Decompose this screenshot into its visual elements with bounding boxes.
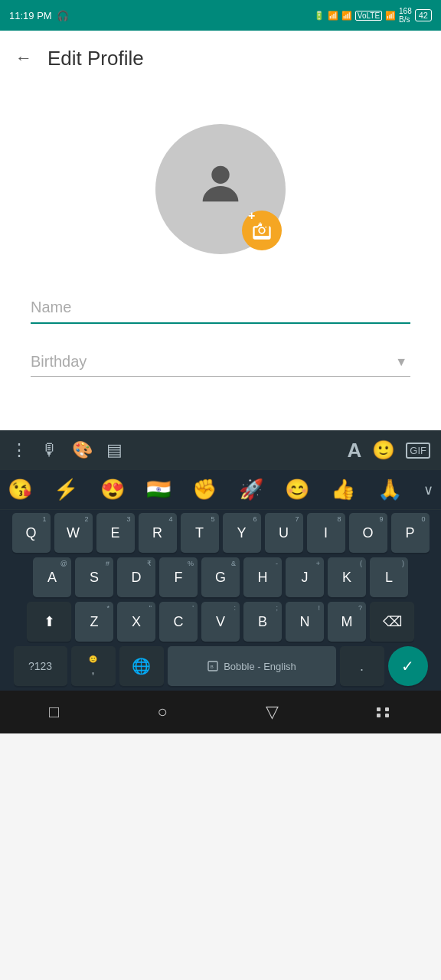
key-c[interactable]: 'C bbox=[159, 602, 198, 642]
key-row-1: 1Q 2W 3E 4R 5T 6Y 7U 8I 9O 0P bbox=[3, 513, 438, 553]
emoji-rocket[interactable]: 🚀 bbox=[239, 478, 263, 501]
emoji-smile[interactable]: 😊 bbox=[285, 478, 309, 501]
comma-key[interactable]: 🙂 , bbox=[71, 646, 116, 686]
key-m[interactable]: ?M bbox=[328, 602, 366, 642]
globe-key[interactable]: 🌐 bbox=[119, 646, 164, 686]
microphone-icon[interactable]: 🎙 bbox=[41, 440, 58, 460]
shift-key[interactable]: ⬆ bbox=[27, 602, 71, 642]
key-z[interactable]: *Z bbox=[75, 602, 113, 642]
form-section: Birthday ▼ bbox=[0, 292, 441, 400]
key-j[interactable]: +J bbox=[286, 557, 324, 597]
key-t[interactable]: 5T bbox=[181, 513, 219, 553]
more-options-icon[interactable]: ⋮ bbox=[11, 440, 28, 460]
wifi-icon: 📶 bbox=[328, 11, 338, 21]
key-e[interactable]: 3E bbox=[96, 513, 135, 553]
volte-icon: VoLTE bbox=[355, 11, 382, 21]
speed-display: 168B/s bbox=[399, 7, 412, 24]
back-button[interactable]: ← bbox=[15, 48, 32, 68]
emoji-row: 😘 ⚡ 😍 🇮🇳 ✊ 🚀 😊 👍 🙏 ∨ bbox=[0, 470, 441, 510]
person-icon bbox=[194, 157, 247, 221]
content-area: + + Birthday ▼ bbox=[0, 86, 441, 430]
backspace-key[interactable]: ⌫ bbox=[370, 602, 414, 642]
nav-recents-button[interactable]: ▽ bbox=[266, 702, 279, 722]
key-y[interactable]: 6Y bbox=[223, 513, 261, 553]
svg-text:+: + bbox=[258, 220, 263, 228]
key-n[interactable]: !N bbox=[286, 602, 324, 642]
nav-menu-icon[interactable] bbox=[377, 707, 392, 717]
key-s[interactable]: #S bbox=[75, 557, 113, 597]
key-row-3: ⬆ *Z "X 'C :V ;B !N ?M ⌫ bbox=[3, 602, 438, 642]
emoji-india-flag[interactable]: 🇮🇳 bbox=[146, 478, 171, 501]
birthday-dropdown[interactable]: Birthday bbox=[31, 347, 410, 377]
key-g[interactable]: &G bbox=[201, 557, 240, 597]
emoji-heart-eyes[interactable]: 😍 bbox=[100, 478, 125, 501]
key-h[interactable]: -H bbox=[243, 557, 282, 597]
add-photo-button[interactable]: + + bbox=[242, 211, 282, 250]
emoji-zap[interactable]: ⚡ bbox=[54, 478, 78, 501]
keyboard-toolbar: ⋮ 🎙 🎨 ▤ A 🙂 GIF bbox=[0, 430, 441, 470]
battery-display: 42 bbox=[415, 9, 432, 21]
key-d[interactable]: ₹D bbox=[117, 557, 155, 597]
top-bar: ← Edit Profile bbox=[0, 31, 441, 86]
emoji-thumbsup[interactable]: 👍 bbox=[331, 478, 355, 501]
svg-point-0 bbox=[211, 166, 229, 184]
page-title: Edit Profile bbox=[47, 47, 144, 70]
emoji-icon[interactable]: 🙂 bbox=[372, 439, 395, 461]
time-display: 11:19 PM bbox=[9, 10, 52, 21]
key-l[interactable]: )L bbox=[370, 557, 408, 597]
name-input[interactable] bbox=[31, 292, 410, 324]
toolbar-left: ⋮ 🎙 🎨 ▤ bbox=[11, 440, 122, 460]
emoji-row-chevron[interactable]: ∨ bbox=[423, 482, 433, 498]
avatar-wrapper: + + bbox=[155, 124, 286, 254]
bottom-key-row: ?123 🙂 , 🌐 B Bobble - English . ✓ bbox=[0, 646, 441, 691]
palette-icon[interactable]: 🎨 bbox=[72, 440, 93, 460]
nav-home-button[interactable]: ○ bbox=[157, 702, 167, 722]
emoji-kissing[interactable]: 😘 bbox=[8, 478, 32, 501]
text-style-icon[interactable]: ▤ bbox=[106, 440, 122, 460]
birthday-field-group: Birthday ▼ bbox=[31, 347, 410, 377]
space-key[interactable]: B Bobble - English bbox=[168, 646, 336, 686]
signal-icon: 📶 bbox=[341, 11, 352, 21]
gif-icon[interactable]: GIF bbox=[406, 443, 430, 459]
svg-text:B: B bbox=[211, 665, 214, 669]
key-u[interactable]: 7U bbox=[265, 513, 303, 553]
period-key[interactable]: . bbox=[340, 646, 384, 686]
key-v[interactable]: :V bbox=[201, 602, 240, 642]
key-w[interactable]: 2W bbox=[54, 513, 93, 553]
emoji-fist[interactable]: ✊ bbox=[192, 478, 217, 501]
keyboard: ⋮ 🎙 🎨 ▤ A 🙂 GIF 😘 ⚡ 😍 🇮🇳 ✊ 🚀 😊 👍 🙏 ∨ 1Q … bbox=[0, 430, 441, 691]
status-right: 🔋 📶 📶 VoLTE 📶 168B/s 42 bbox=[314, 7, 432, 24]
symbols-key[interactable]: ?123 bbox=[14, 646, 67, 686]
key-k[interactable]: (K bbox=[328, 557, 366, 597]
font-icon[interactable]: A bbox=[348, 439, 362, 462]
nav-bar: □ ○ ▽ bbox=[0, 691, 441, 733]
key-b[interactable]: ;B bbox=[243, 602, 282, 642]
status-bar: 11:19 PM 🎧 🔋 📶 📶 VoLTE 📶 168B/s 42 bbox=[0, 0, 441, 31]
nav-back-button[interactable]: □ bbox=[49, 702, 59, 722]
key-r[interactable]: 4R bbox=[139, 513, 177, 553]
toolbar-right: A 🙂 GIF bbox=[348, 439, 430, 462]
space-key-label: Bobble - English bbox=[224, 661, 296, 672]
key-i[interactable]: 8I bbox=[307, 513, 345, 553]
key-q[interactable]: 1Q bbox=[12, 513, 51, 553]
key-p[interactable]: 0P bbox=[391, 513, 430, 553]
status-left: 11:19 PM 🎧 bbox=[9, 10, 69, 21]
emoji-pray[interactable]: 🙏 bbox=[377, 478, 402, 501]
key-o[interactable]: 9O bbox=[349, 513, 387, 553]
key-x[interactable]: "X bbox=[117, 602, 155, 642]
key-a[interactable]: @A bbox=[33, 557, 71, 597]
headset-icon: 🎧 bbox=[57, 10, 69, 21]
key-rows: 1Q 2W 3E 4R 5T 6Y 7U 8I 9O 0P @A #S ₹D %… bbox=[0, 510, 441, 642]
battery-saver-icon: 🔋 bbox=[314, 11, 325, 21]
key-row-2: @A #S ₹D %F &G -H +J (K )L bbox=[3, 557, 438, 597]
enter-key[interactable]: ✓ bbox=[388, 646, 428, 686]
key-f[interactable]: %F bbox=[159, 557, 198, 597]
name-field-group bbox=[31, 292, 410, 324]
signal2-icon: 📶 bbox=[385, 11, 396, 21]
